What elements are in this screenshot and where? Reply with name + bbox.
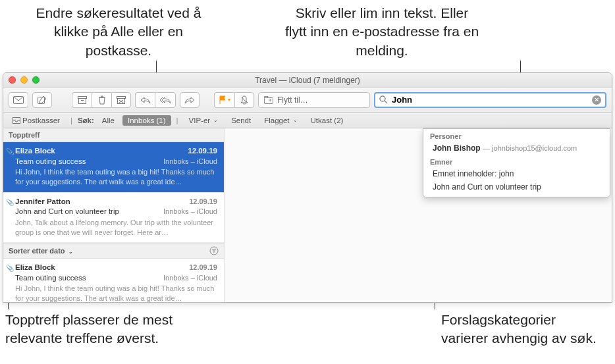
attachment-icon: 📎 — [6, 147, 14, 157]
suggestion-subject[interactable]: Emnet inneholder: john — [423, 167, 610, 180]
flag-button[interactable]: ▾ — [214, 92, 234, 108]
clear-search-button[interactable]: ✕ — [592, 95, 601, 105]
minimize-button[interactable] — [20, 76, 28, 84]
fav-vip-label: VIP-er — [189, 117, 211, 124]
search-icon — [379, 95, 388, 104]
message-subject: Team outing success — [15, 157, 86, 167]
annotation-bottom-right: Forslagskategorier varierer avhengig av … — [441, 311, 606, 348]
message-mailbox: Innboks – iCloud — [163, 157, 217, 167]
mute-button[interactable] — [234, 92, 254, 108]
chevron-down-icon: ⌄ — [213, 117, 218, 123]
suggestion-category-people: Personer — [423, 129, 610, 142]
content-area: Topptreff 📎 Eliza Block 12.09.19 Team ou… — [3, 128, 612, 302]
flag-group: ▾ — [214, 92, 254, 108]
annotation-top-left: Endre søkeresultatet ved å klikke på All… — [26, 4, 211, 60]
message-item[interactable]: 📎 Jennifer Patton 12.09.19 John and Curt… — [3, 193, 224, 244]
move-to-dropdown[interactable]: Flytt til… — [258, 92, 370, 108]
suggestion-category-subjects: Emner — [423, 155, 610, 167]
get-mail-button[interactable] — [9, 92, 28, 108]
move-label: Flytt til… — [277, 95, 308, 105]
message-preview: Hi John, I think the team outing was a b… — [15, 167, 217, 187]
junk-button[interactable] — [111, 92, 131, 108]
archive-button[interactable] — [72, 92, 92, 108]
message-list: Topptreff 📎 Eliza Block 12.09.19 Team ou… — [3, 128, 225, 302]
tophits-header: Topptreff — [3, 128, 224, 142]
svg-point-8 — [380, 96, 385, 101]
sort-bar[interactable]: Sorter etter dato ⌄ — [3, 243, 224, 259]
message-preview: Hi John, I think the team outing was a b… — [15, 284, 217, 302]
compose-button[interactable] — [32, 92, 52, 108]
message-date: 12.09.19 — [188, 146, 217, 157]
fav-drafts[interactable]: Utkast (2) — [306, 115, 349, 126]
callout-line — [156, 61, 157, 74]
attachment-icon: 📎 — [6, 264, 14, 273]
message-item[interactable]: 📎 Eliza Block 12.09.19 Team outing succe… — [3, 259, 224, 302]
message-sender: Jennifer Patton — [15, 197, 70, 207]
toolbar: ▾ Flytt til… ✕ — [3, 88, 612, 113]
sort-label: Sorter etter dato — [9, 247, 65, 255]
search-field[interactable]: ✕ — [374, 92, 606, 108]
suggestion-person-email: johnbishop15@icloud.com — [492, 144, 577, 152]
window-title: Travel — iCloud (7 meldinger) — [3, 76, 612, 85]
scope-inbox[interactable]: Innboks (1) — [122, 115, 171, 126]
move-icon — [264, 96, 273, 104]
reply-group — [135, 92, 176, 108]
mail-window: Travel — iCloud (7 meldinger) — [3, 72, 612, 303]
preview-pane: Personer John Bishop — johnbishop15@iclo… — [225, 128, 612, 302]
chevron-down-icon: ▾ — [228, 97, 230, 103]
svg-rect-3 — [78, 98, 86, 103]
svg-rect-1 — [38, 97, 45, 103]
svg-rect-7 — [265, 97, 273, 103]
delete-button[interactable] — [92, 92, 111, 108]
traffic-lights — [9, 76, 40, 84]
mailboxes-icon — [13, 117, 20, 124]
message-date: 12.09.19 — [189, 263, 217, 273]
filter-icon[interactable] — [209, 246, 219, 255]
fav-flagged-label: Flagget — [264, 117, 289, 124]
mailboxes-button[interactable]: Postkasser — [7, 115, 65, 126]
search-scope-label: Søk: — [78, 117, 94, 124]
fav-flagged[interactable]: Flagget⌄ — [259, 115, 302, 126]
message-subject: Team outing success — [15, 273, 86, 284]
message-sender: Eliza Block — [15, 263, 55, 273]
chevron-down-icon: ⌄ — [68, 249, 73, 255]
annotation-bottom-left: Topptreff plasserer de mest relevante tr… — [5, 311, 223, 348]
suggestion-person-name: John Bishop — [433, 143, 481, 153]
scope-all[interactable]: Alle — [97, 115, 120, 126]
annotation-top-right: Skriv eller lim inn tekst. Eller flytt i… — [283, 4, 481, 60]
message-date: 12.09.19 — [189, 197, 217, 207]
fav-vip[interactable]: VIP-er⌄ — [184, 115, 224, 126]
suggestion-subject[interactable]: John and Curt on volunteer trip — [423, 180, 610, 197]
chevron-down-icon: ⌄ — [293, 117, 298, 123]
fav-sent[interactable]: Sendt — [226, 115, 256, 126]
close-button[interactable] — [9, 76, 16, 84]
svg-rect-4 — [81, 100, 84, 101]
separator: | — [70, 117, 72, 124]
message-mailbox: Innboks – iCloud — [163, 207, 217, 217]
search-suggestions: Personer John Bishop — johnbishop15@iclo… — [423, 128, 610, 197]
message-mailbox: Innboks – iCloud — [163, 273, 217, 284]
message-preview: John, Talk about a lifelong memory. Our … — [15, 218, 217, 238]
message-subject: John and Curt on volunteer trip — [15, 207, 119, 217]
suggestion-person[interactable]: John Bishop — johnbishop15@icloud.com — [423, 142, 610, 155]
message-sender: Eliza Block — [15, 146, 55, 157]
forward-button[interactable] — [180, 92, 200, 108]
archive-group — [72, 92, 131, 108]
reply-all-button[interactable] — [155, 92, 176, 108]
favorites-bar: Postkasser | Søk: Alle Innboks (1) | VIP… — [3, 113, 612, 128]
message-item[interactable]: 📎 Eliza Block 12.09.19 Team outing succe… — [3, 142, 224, 193]
reply-button[interactable] — [135, 92, 155, 108]
search-input[interactable] — [392, 95, 588, 105]
titlebar: Travel — iCloud (7 meldinger) — [3, 73, 612, 88]
attachment-icon: 📎 — [6, 198, 14, 207]
mailboxes-label: Postkasser — [22, 117, 60, 124]
separator: | — [176, 117, 178, 124]
maximize-button[interactable] — [32, 76, 40, 84]
